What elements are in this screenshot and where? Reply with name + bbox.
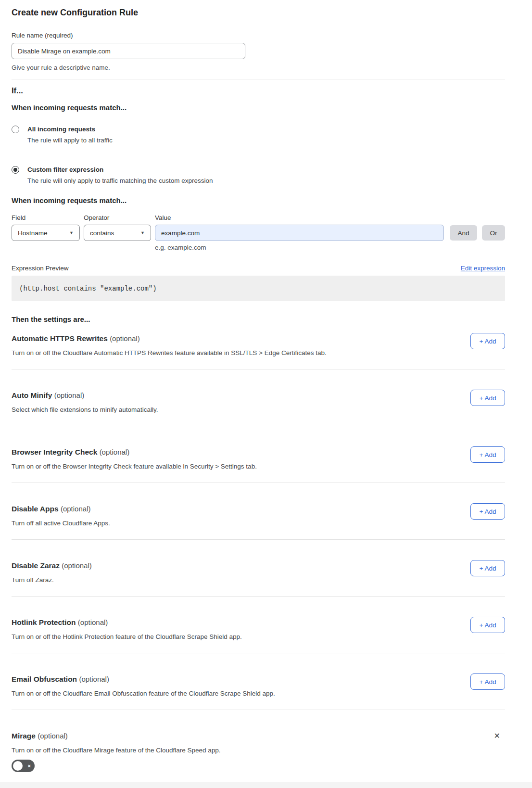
chevron-down-icon: ▼ xyxy=(140,230,145,235)
radio-option-custom-filter-expression[interactable]: Custom filter expression The rule will o… xyxy=(12,165,505,185)
setting-section-disable-apps: Disable Apps (optional) Turn off all act… xyxy=(12,483,505,540)
setting-optional-tag: (optional) xyxy=(100,448,130,456)
chevron-down-icon: ▼ xyxy=(69,230,74,235)
operator-select-value: contains xyxy=(90,229,114,237)
setting-section-automatic-https-rewrites: Automatic HTTPS Rewrites (optional) Turn… xyxy=(12,324,505,369)
value-input[interactable] xyxy=(155,225,444,241)
add-auto-minify-button[interactable]: + Add xyxy=(470,390,505,406)
then-settings-heading: Then the settings are... xyxy=(12,315,505,324)
radio-unselected-icon[interactable] xyxy=(12,126,19,133)
setting-name: Disable Zaraz xyxy=(12,561,60,570)
rule-name-label: Rule name (required) xyxy=(12,31,505,39)
add-hotlink-protection-button[interactable]: + Add xyxy=(470,617,505,633)
radio-desc-all-incoming: The rule will apply to all traffic xyxy=(27,136,113,144)
setting-section-hotlink-protection: Hotlink Protection (optional) Turn on or… xyxy=(12,597,505,653)
operator-select[interactable]: contains ▼ xyxy=(84,225,151,241)
add-automatic-https-rewrites-button[interactable]: + Add xyxy=(470,333,505,349)
page-title: Create new Configuration Rule xyxy=(12,7,505,18)
setting-description: Turn off all active Cloudflare Apps. xyxy=(12,519,110,527)
match-heading: When incoming requests match... xyxy=(12,103,505,112)
page-bottom-band xyxy=(0,782,532,788)
add-disable-zaraz-button[interactable]: + Add xyxy=(470,560,505,576)
setting-description: Turn on or off the Cloudflare Automatic … xyxy=(12,349,327,357)
mirage-optional-tag: (optional) xyxy=(38,732,68,740)
setting-optional-tag: (optional) xyxy=(79,675,109,683)
setting-description: Turn on or off the Browser Integrity Che… xyxy=(12,462,257,470)
rule-name-input[interactable] xyxy=(12,43,245,59)
setting-optional-tag: (optional) xyxy=(61,505,91,513)
value-label: Value xyxy=(155,214,444,222)
setting-optional-tag: (optional) xyxy=(62,561,92,570)
add-disable-apps-button[interactable]: + Add xyxy=(470,503,505,520)
setting-section-email-obfuscation: Email Obfuscation (optional) Turn on or … xyxy=(12,653,505,710)
radio-desc-custom-filter: The rule will only apply to traffic matc… xyxy=(27,177,213,185)
edit-expression-link[interactable]: Edit expression xyxy=(461,264,505,272)
add-browser-integrity-check-button[interactable]: + Add xyxy=(470,446,505,463)
radio-label-custom-filter: Custom filter expression xyxy=(27,165,213,174)
setting-section-mirage: Mirage (optional) Turn on or off the Clo… xyxy=(12,710,505,772)
settings-list: Automatic HTTPS Rewrites (optional) Turn… xyxy=(12,324,505,710)
radio-option-all-incoming-requests[interactable]: All incoming requests The rule will appl… xyxy=(12,125,505,144)
setting-name: Hotlink Protection xyxy=(12,618,76,626)
setting-optional-tag: (optional) xyxy=(78,618,108,626)
create-configuration-rule-page: Create new Configuration Rule Rule name … xyxy=(0,0,532,772)
setting-name: Email Obfuscation xyxy=(12,675,77,683)
expression-preview-text: (http.host contains "example.com") xyxy=(19,285,157,292)
setting-name: Browser Integrity Check xyxy=(12,448,97,456)
mirage-description: Turn on or off the Cloudflare Mirage fea… xyxy=(12,746,221,754)
and-button[interactable]: And xyxy=(450,225,477,241)
setting-optional-tag: (optional) xyxy=(54,391,85,399)
add-email-obfuscation-button[interactable]: + Add xyxy=(470,674,505,690)
if-heading: If... xyxy=(12,86,505,95)
setting-section-disable-zaraz: Disable Zaraz (optional) Turn off Zaraz.… xyxy=(12,540,505,597)
expression-preview-box: (http.host contains "example.com") xyxy=(12,276,505,301)
field-label: Field xyxy=(12,214,80,222)
setting-name: Automatic HTTPS Rewrites xyxy=(12,334,108,343)
toggle-knob xyxy=(13,761,23,771)
section-divider xyxy=(12,79,505,79)
condition-builder-row: Field Hostname ▼ Operator contains ▼ Val… xyxy=(12,214,505,241)
field-select-value: Hostname xyxy=(18,229,48,237)
expression-preview-label: Expression Preview xyxy=(12,264,69,272)
setting-optional-tag: (optional) xyxy=(110,334,140,343)
setting-description: Turn on or off the Cloudflare Email Obfu… xyxy=(12,689,275,698)
toggle-off-x-icon: × xyxy=(28,763,31,769)
close-icon[interactable]: ✕ xyxy=(494,731,500,740)
or-button[interactable]: Or xyxy=(482,225,505,241)
field-select[interactable]: Hostname ▼ xyxy=(12,225,80,241)
rule-name-help: Give your rule a descriptive name. xyxy=(12,64,505,72)
condition-heading: When incoming requests match... xyxy=(12,196,505,205)
mirage-setting-name: Mirage xyxy=(12,732,36,740)
radio-label-all-incoming: All incoming requests xyxy=(27,125,113,133)
setting-name: Disable Apps xyxy=(12,505,59,513)
setting-description: Turn on or off the Hotlink Protection fe… xyxy=(12,633,242,641)
mirage-toggle[interactable]: × xyxy=(12,760,35,772)
operator-label: Operator xyxy=(84,214,151,222)
setting-name: Auto Minify xyxy=(12,391,52,399)
setting-section-browser-integrity-check: Browser Integrity Check (optional) Turn … xyxy=(12,426,505,483)
setting-description: Turn off Zaraz. xyxy=(12,576,92,584)
value-hint: e.g. example.com xyxy=(155,243,505,252)
setting-description: Select which file extensions to minify a… xyxy=(12,406,158,414)
radio-selected-icon[interactable] xyxy=(12,166,19,174)
setting-section-auto-minify: Auto Minify (optional) Select which file… xyxy=(12,369,505,426)
